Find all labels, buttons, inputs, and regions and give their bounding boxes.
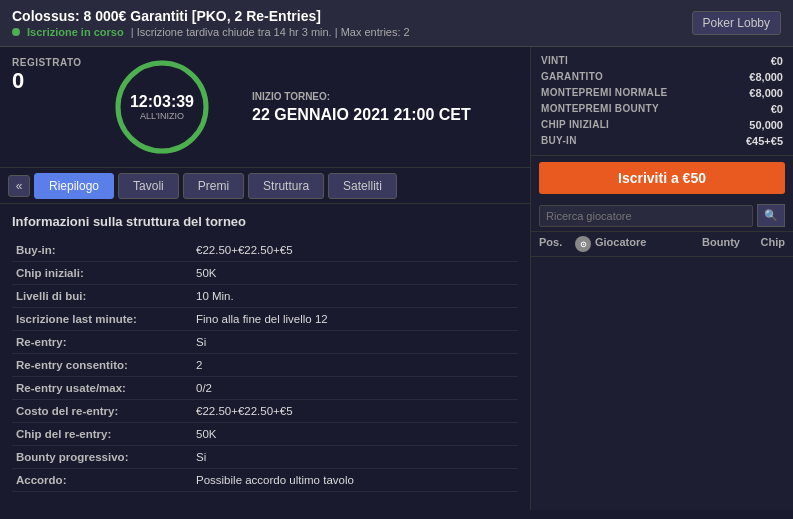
table-row: Buy-in:€22.50+€22.50+€5 <box>12 239 518 262</box>
row-label: Bounty progressivo: <box>12 446 192 469</box>
torneo-info: INIZIO TORNEO: 22 GENNAIO 2021 21:00 CET <box>232 57 471 157</box>
clock-sublabel: ALL'INIZIO <box>130 111 194 121</box>
row-label: Buy-in: <box>12 239 192 262</box>
table-row: Bounty progressivo:Si <box>12 446 518 469</box>
clock-inner: 12:03:39 ALL'INIZIO <box>130 93 194 121</box>
row-label: Livelli di bui: <box>12 285 192 308</box>
tab-satelliti[interactable]: Satelliti <box>328 173 397 199</box>
stat-garantito: GARANTITO €8,000 <box>541 69 783 85</box>
chip-iniziali-value: 50,000 <box>749 119 783 131</box>
tabs-bar: « Riepilogo Tavoli Premi Struttura Satel… <box>0 168 530 204</box>
col-bounty-header: Bounty <box>685 236 740 252</box>
player-table-header: Pos. ⊙ Giocatore Bounty Chip <box>531 232 793 257</box>
table-row: Iscrizione last minute:Fino alla fine de… <box>12 308 518 331</box>
row-label: Chip del re-entry: <box>12 423 192 446</box>
header: Colossus: 8 000€ Garantiti [PKO, 2 Re-En… <box>0 0 793 47</box>
row-label: Costo del re-entry: <box>12 400 192 423</box>
row-label: Re-entry: <box>12 331 192 354</box>
garantito-value: €8,000 <box>749 71 783 83</box>
clock-time: 12:03:39 <box>130 93 194 111</box>
table-row: Chip iniziali:50K <box>12 262 518 285</box>
stat-montepremi-normale: MONTEPREMI NORMALE €8,000 <box>541 85 783 101</box>
torneo-date: 22 GENNAIO 2021 21:00 CET <box>252 106 471 124</box>
registered-value: 0 <box>12 68 92 94</box>
row-value: Si <box>192 446 518 469</box>
col-icon-header: ⊙ <box>575 236 595 252</box>
register-button[interactable]: Iscriviti a €50 <box>539 162 785 194</box>
header-info: Colossus: 8 000€ Garantiti [PKO, 2 Re-En… <box>12 8 410 38</box>
registered-label: REGISTRATO <box>12 57 92 68</box>
row-value: Possibile accordo ultimo tavolo <box>192 469 518 492</box>
tournament-title: Colossus: 8 000€ Garantiti [PKO, 2 Re-En… <box>12 8 410 24</box>
player-search-input[interactable] <box>539 205 753 227</box>
table-row: Costo del re-entry:€22.50+€22.50+€5 <box>12 400 518 423</box>
row-value: 10 Min. <box>192 285 518 308</box>
tournament-status: Iscrizione in corso | Iscrizione tardiva… <box>12 26 410 38</box>
col-chip-header: Chip <box>740 236 785 252</box>
status-label: Iscrizione in corso <box>27 26 124 38</box>
tab-tavoli[interactable]: Tavoli <box>118 173 179 199</box>
table-row: Re-entry consentito:2 <box>12 354 518 377</box>
player-search: 🔍 <box>531 200 793 232</box>
table-row: Accordo:Possibile accordo ultimo tavolo <box>12 469 518 492</box>
torneo-section: INIZIO TORNEO: 22 GENNAIO 2021 21:00 CET <box>252 91 471 124</box>
col-pos-header: Pos. <box>539 236 575 252</box>
section-title: Informazioni sulla struttura del torneo <box>12 214 518 229</box>
row-value: €22.50+€22.50+€5 <box>192 400 518 423</box>
info-table: Buy-in:€22.50+€22.50+€5Chip iniziali:50K… <box>12 239 518 492</box>
row-label: Re-entry usate/max: <box>12 377 192 400</box>
tab-premi[interactable]: Premi <box>183 173 244 199</box>
vinti-label: VINTI <box>541 55 568 67</box>
tab-struttura[interactable]: Struttura <box>248 173 324 199</box>
row-label: Chip iniziali: <box>12 262 192 285</box>
status-dot <box>12 26 24 38</box>
stat-montepremi-bounty: MONTEPREMI BOUNTY €0 <box>541 101 783 117</box>
col-player-header: Giocatore <box>595 236 685 252</box>
table-row: Livelli di bui:10 Min. <box>12 285 518 308</box>
row-value: 2 <box>192 354 518 377</box>
table-row: Re-entry:Si <box>12 331 518 354</box>
garantito-label: GARANTITO <box>541 71 603 83</box>
stat-vinti: VINTI €0 <box>541 53 783 69</box>
registered-section: REGISTRATO 0 <box>12 57 92 157</box>
row-value: Si <box>192 331 518 354</box>
vinti-value: €0 <box>771 55 783 67</box>
row-value: Fino alla fine del livello 12 <box>192 308 518 331</box>
search-icon: 🔍 <box>764 209 778 221</box>
buyin-label: BUY-IN <box>541 135 577 147</box>
tab-riepilogo[interactable]: Riepilogo <box>34 173 114 199</box>
row-value: €22.50+€22.50+€5 <box>192 239 518 262</box>
buyin-value: €45+€5 <box>746 135 783 147</box>
row-label: Re-entry consentito: <box>12 354 192 377</box>
stat-chip-iniziali: CHIP INIZIALI 50,000 <box>541 117 783 133</box>
row-value: 50K <box>192 423 518 446</box>
torneo-label: INIZIO TORNEO: <box>252 91 471 102</box>
right-panel: VINTI €0 GARANTITO €8,000 MONTEPREMI NOR… <box>530 47 793 510</box>
stats-area: VINTI €0 GARANTITO €8,000 MONTEPREMI NOR… <box>531 47 793 156</box>
stat-buyin: BUY-IN €45+€5 <box>541 133 783 149</box>
chip-iniziali-label: CHIP INIZIALI <box>541 119 609 131</box>
blinds-icon: ⊙ <box>575 236 591 252</box>
table-row: Re-entry usate/max:0/2 <box>12 377 518 400</box>
player-table-body <box>531 257 793 510</box>
clock-container: 12:03:39 ALL'INIZIO <box>112 57 212 157</box>
montepremi-normale-value: €8,000 <box>749 87 783 99</box>
montepremi-bounty-value: €0 <box>771 103 783 115</box>
content-area: Informazioni sulla struttura del torneo … <box>0 204 530 510</box>
left-panel: REGISTRATO 0 12:03:39 ALL'INIZIO INIZIO … <box>0 47 530 510</box>
status-detail: | Iscrizione tardiva chiude tra 14 hr 3 … <box>131 26 410 38</box>
poker-lobby-button[interactable]: Poker Lobby <box>692 11 781 35</box>
timer-area: REGISTRATO 0 12:03:39 ALL'INIZIO INIZIO … <box>0 47 530 168</box>
row-label: Accordo: <box>12 469 192 492</box>
row-label: Iscrizione last minute: <box>12 308 192 331</box>
search-button[interactable]: 🔍 <box>757 204 785 227</box>
row-value: 50K <box>192 262 518 285</box>
montepremi-normale-label: MONTEPREMI NORMALE <box>541 87 668 99</box>
tab-scroll-left[interactable]: « <box>8 175 30 197</box>
row-value: 0/2 <box>192 377 518 400</box>
table-row: Chip del re-entry:50K <box>12 423 518 446</box>
montepremi-bounty-label: MONTEPREMI BOUNTY <box>541 103 659 115</box>
main-container: REGISTRATO 0 12:03:39 ALL'INIZIO INIZIO … <box>0 47 793 510</box>
